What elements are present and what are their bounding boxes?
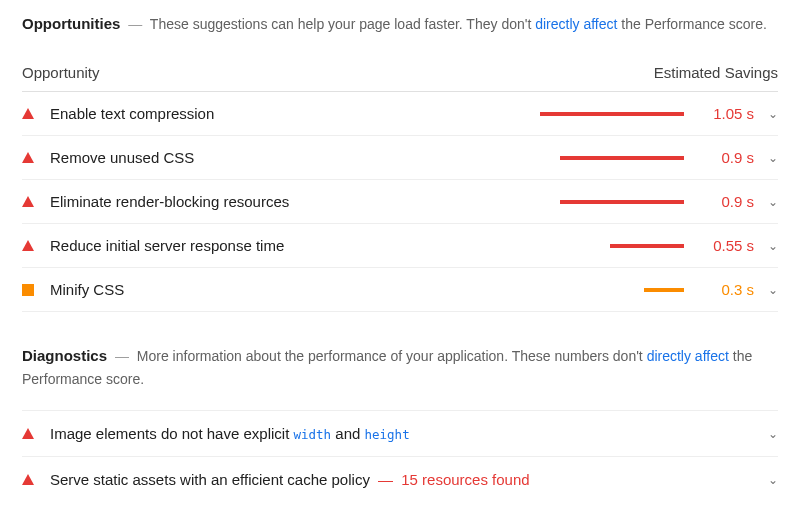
dash-separator: — [374, 471, 397, 488]
opportunity-label: Reduce initial server response time [50, 237, 484, 254]
diagnostic-row[interactable]: Image elements do not have explicit widt… [22, 410, 778, 456]
savings-bar-track [484, 288, 684, 292]
opportunity-label: Eliminate render-blocking resources [50, 193, 484, 210]
diagnostic-label: Serve static assets with an efficient ca… [50, 471, 754, 488]
savings-bar [560, 200, 684, 204]
opportunities-header: Opportunities — These suggestions can he… [22, 12, 778, 36]
savings-bar-track [484, 244, 684, 248]
dash-separator: — [115, 348, 129, 364]
savings-value: 1.05 s [702, 105, 754, 122]
chevron-down-icon: ⌄ [768, 107, 778, 121]
triangle-error-icon [22, 108, 34, 119]
chevron-down-icon: ⌄ [768, 427, 778, 441]
code-token: width [293, 427, 331, 442]
opportunities-table-header: Opportunity Estimated Savings [22, 56, 778, 92]
opportunity-row[interactable]: Eliminate render-blocking resources0.9 s… [22, 180, 778, 224]
opportunity-row[interactable]: Enable text compression1.05 s⌄ [22, 92, 778, 136]
savings-value: 0.9 s [702, 149, 754, 166]
triangle-error-icon [22, 474, 34, 485]
opportunity-label: Remove unused CSS [50, 149, 484, 166]
chevron-down-icon: ⌄ [768, 195, 778, 209]
text-segment: Serve static assets with an efficient ca… [50, 471, 370, 488]
opportunity-row[interactable]: Remove unused CSS0.9 s⌄ [22, 136, 778, 180]
square-warning-icon [22, 284, 34, 296]
diagnostics-list: Image elements do not have explicit widt… [22, 410, 778, 502]
savings-bar [644, 288, 684, 292]
savings-bar [560, 156, 684, 160]
savings-value: 0.3 s [702, 281, 754, 298]
triangle-error-icon [22, 152, 34, 163]
triangle-error-icon [22, 428, 34, 439]
opportunities-title: Opportunities [22, 15, 120, 32]
diagnostics-title: Diagnostics [22, 347, 107, 364]
directly-affect-link[interactable]: directly affect [647, 348, 729, 364]
chevron-down-icon: ⌄ [768, 239, 778, 253]
savings-bar-track [484, 156, 684, 160]
savings-bar [540, 112, 684, 116]
directly-affect-link[interactable]: directly affect [535, 16, 617, 32]
dash-separator: — [128, 16, 142, 32]
chevron-down-icon: ⌄ [768, 473, 778, 487]
chevron-down-icon: ⌄ [768, 151, 778, 165]
code-token: height [365, 427, 410, 442]
opportunities-list: Enable text compression1.05 s⌄Remove unu… [22, 92, 778, 312]
chevron-down-icon: ⌄ [768, 283, 778, 297]
triangle-error-icon [22, 196, 34, 207]
diagnostics-header: Diagnostics — More information about the… [22, 344, 778, 390]
savings-value: 0.55 s [702, 237, 754, 254]
col-opportunity: Opportunity [22, 64, 100, 81]
opportunity-label: Minify CSS [50, 281, 484, 298]
savings-bar-track [484, 112, 684, 116]
triangle-error-icon [22, 240, 34, 251]
diagnostic-row[interactable]: Serve static assets with an efficient ca… [22, 456, 778, 502]
opportunity-row[interactable]: Reduce initial server response time0.55 … [22, 224, 778, 268]
col-savings: Estimated Savings [654, 64, 778, 81]
text-segment: Image elements do not have explicit [50, 425, 293, 442]
diagnostic-aux: 15 resources found [401, 471, 529, 488]
opportunities-desc-prefix: These suggestions can help your page loa… [150, 16, 531, 32]
opportunity-label: Enable text compression [50, 105, 484, 122]
text-segment: and [331, 425, 364, 442]
savings-value: 0.9 s [702, 193, 754, 210]
savings-bar [610, 244, 684, 248]
opportunity-row[interactable]: Minify CSS0.3 s⌄ [22, 268, 778, 312]
diagnostic-label: Image elements do not have explicit widt… [50, 425, 754, 442]
savings-bar-track [484, 200, 684, 204]
opportunities-desc-suffix: the Performance score. [621, 16, 767, 32]
diagnostics-desc-prefix: More information about the performance o… [137, 348, 643, 364]
